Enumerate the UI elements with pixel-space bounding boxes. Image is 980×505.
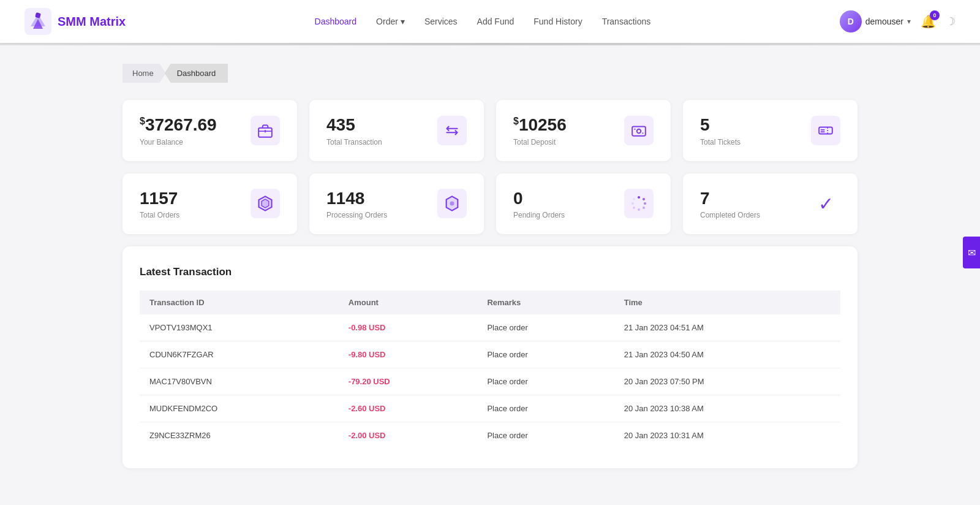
footer: Copyright © 2023 SMM Matrix. All Rights … bbox=[0, 493, 980, 505]
transaction-time: 20 Jan 2023 10:31 AM bbox=[614, 422, 840, 449]
total-orders-value: 1157 bbox=[140, 188, 179, 209]
main-content: Home Dashboard $37267.69 Your Balance bbox=[0, 45, 980, 493]
transaction-time: 21 Jan 2023 04:50 AM bbox=[614, 341, 840, 368]
transaction-icon bbox=[437, 116, 467, 145]
col-amount: Amount bbox=[339, 290, 478, 314]
stat-card-total-orders: 1157 Total Orders bbox=[123, 173, 297, 235]
username: demouser bbox=[865, 17, 903, 26]
nav-link-services[interactable]: Services bbox=[424, 17, 458, 26]
transaction-id: VPOTV193MQX1 bbox=[140, 314, 339, 341]
side-mail-button[interactable]: ✉ bbox=[963, 237, 980, 268]
transaction-section: Latest Transaction Transaction ID Amount… bbox=[123, 246, 858, 468]
logo-icon bbox=[24, 8, 51, 35]
transaction-remarks: Place order bbox=[477, 422, 614, 449]
transaction-id: MUDKFENDM2CO bbox=[140, 395, 339, 422]
nav-link-transactions[interactable]: Transactions bbox=[602, 17, 651, 26]
col-transaction-id: Transaction ID bbox=[140, 290, 339, 314]
breadcrumb-home[interactable]: Home bbox=[123, 64, 166, 83]
transaction-remarks: Place order bbox=[477, 341, 614, 368]
svg-point-22 bbox=[638, 208, 640, 211]
notification-badge: 0 bbox=[930, 10, 940, 20]
user-info[interactable]: D demouser ▾ bbox=[840, 10, 911, 32]
nav-link-fund-history[interactable]: Fund History bbox=[533, 17, 582, 26]
transaction-id: MAC17V80VBVN bbox=[140, 368, 339, 395]
svg-rect-11 bbox=[819, 127, 832, 134]
nav-link-add-fund[interactable]: Add Fund bbox=[477, 17, 514, 26]
stat-card-balance: $37267.69 Your Balance bbox=[123, 100, 297, 161]
balance-value: $37267.69 bbox=[140, 115, 217, 135]
pending-orders-label: Pending Orders bbox=[513, 211, 565, 219]
table-row: Z9NCE33ZRM26 -2.00 USD Place order 20 Ja… bbox=[140, 422, 840, 449]
total-transaction-value: 435 bbox=[326, 115, 382, 135]
table-row: MUDKFENDM2CO -2.60 USD Place order 20 Ja… bbox=[140, 395, 840, 422]
svg-point-21 bbox=[643, 207, 645, 209]
transaction-time: 20 Jan 2023 07:50 PM bbox=[614, 368, 840, 395]
svg-point-19 bbox=[643, 198, 645, 200]
completed-orders-value: 7 bbox=[700, 188, 760, 209]
transaction-remarks: Place order bbox=[477, 314, 614, 341]
transaction-remarks: Place order bbox=[477, 395, 614, 422]
completed-orders-icon: ✓ bbox=[811, 189, 840, 218]
svg-point-17 bbox=[450, 202, 454, 206]
nav-link-order[interactable]: Order ▾ bbox=[376, 17, 405, 26]
col-remarks: Remarks bbox=[477, 290, 614, 314]
navbar: SMM Matrix Dashboard Order ▾ Services Ad… bbox=[0, 0, 980, 43]
svg-point-24 bbox=[631, 202, 634, 205]
table-row: MAC17V80VBVN -79.20 USD Place order 20 J… bbox=[140, 368, 840, 395]
ticket-icon bbox=[811, 116, 840, 145]
transaction-amount: -0.98 USD bbox=[339, 314, 478, 341]
transaction-id: CDUN6K7FZGAR bbox=[140, 341, 339, 368]
svg-point-8 bbox=[637, 129, 641, 134]
deposit-icon bbox=[624, 116, 654, 145]
table-header-row: Transaction ID Amount Remarks Time bbox=[140, 290, 840, 314]
notification-bell[interactable]: 🔔 0 bbox=[921, 14, 936, 29]
transaction-amount: -9.80 USD bbox=[339, 341, 478, 368]
svg-point-23 bbox=[633, 207, 635, 209]
moon-icon[interactable]: ☽ bbox=[946, 15, 956, 28]
transaction-id: Z9NCE33ZRM26 bbox=[140, 422, 339, 449]
total-transaction-label: Total Transaction bbox=[326, 138, 382, 146]
svg-point-18 bbox=[638, 196, 640, 199]
svg-point-25 bbox=[633, 198, 635, 200]
stat-card-completed-orders: 7 Completed Orders ✓ bbox=[683, 173, 858, 235]
transaction-time: 20 Jan 2023 10:38 AM bbox=[614, 395, 840, 422]
processing-orders-value: 1148 bbox=[326, 188, 387, 209]
navbar-right: D demouser ▾ 🔔 0 ☽ bbox=[840, 10, 956, 32]
total-orders-icon bbox=[251, 189, 280, 218]
stats-row-2: 1157 Total Orders 1148 Processing Orders bbox=[123, 173, 858, 235]
section-title: Latest Transaction bbox=[140, 266, 840, 278]
chevron-down-icon: ▾ bbox=[401, 17, 405, 26]
breadcrumb: Home Dashboard bbox=[123, 64, 858, 83]
brand[interactable]: SMM Matrix bbox=[24, 8, 126, 35]
brand-name: SMM Matrix bbox=[58, 15, 126, 29]
transaction-amount: -79.20 USD bbox=[339, 368, 478, 395]
transaction-amount: -2.00 USD bbox=[339, 422, 478, 449]
chevron-down-icon: ▾ bbox=[907, 17, 911, 26]
nav-links: Dashboard Order ▾ Services Add Fund Fund… bbox=[315, 17, 651, 26]
pending-orders-icon bbox=[624, 189, 654, 218]
transaction-remarks: Place order bbox=[477, 368, 614, 395]
table-body: VPOTV193MQX1 -0.98 USD Place order 21 Ja… bbox=[140, 314, 840, 449]
table-header: Transaction ID Amount Remarks Time bbox=[140, 290, 840, 314]
transaction-amount: -2.60 USD bbox=[339, 395, 478, 422]
completed-orders-label: Completed Orders bbox=[700, 211, 760, 219]
balance-label: Your Balance bbox=[140, 138, 217, 146]
stat-card-total-deposit: $10256 Total Deposit bbox=[496, 100, 671, 161]
stats-row-1: $37267.69 Your Balance 435 Total Transac… bbox=[123, 100, 858, 161]
total-tickets-value: 5 bbox=[700, 115, 741, 135]
total-deposit-value: $10256 bbox=[513, 115, 567, 135]
processing-orders-icon bbox=[437, 189, 467, 218]
balance-prefix: $ bbox=[140, 116, 145, 126]
nav-link-dashboard[interactable]: Dashboard bbox=[315, 17, 357, 26]
table-row: CDUN6K7FZGAR -9.80 USD Place order 21 Ja… bbox=[140, 341, 840, 368]
balance-icon bbox=[251, 116, 280, 145]
table-row: VPOTV193MQX1 -0.98 USD Place order 21 Ja… bbox=[140, 314, 840, 341]
svg-marker-15 bbox=[262, 199, 269, 208]
svg-point-20 bbox=[644, 202, 646, 205]
transaction-time: 21 Jan 2023 04:51 AM bbox=[614, 314, 840, 341]
processing-orders-label: Processing Orders bbox=[326, 211, 387, 219]
mail-icon: ✉ bbox=[968, 247, 976, 259]
breadcrumb-dashboard[interactable]: Dashboard bbox=[165, 64, 228, 83]
stat-card-pending-orders: 0 Pending Orders bbox=[496, 173, 671, 235]
total-tickets-label: Total Tickets bbox=[700, 138, 741, 146]
